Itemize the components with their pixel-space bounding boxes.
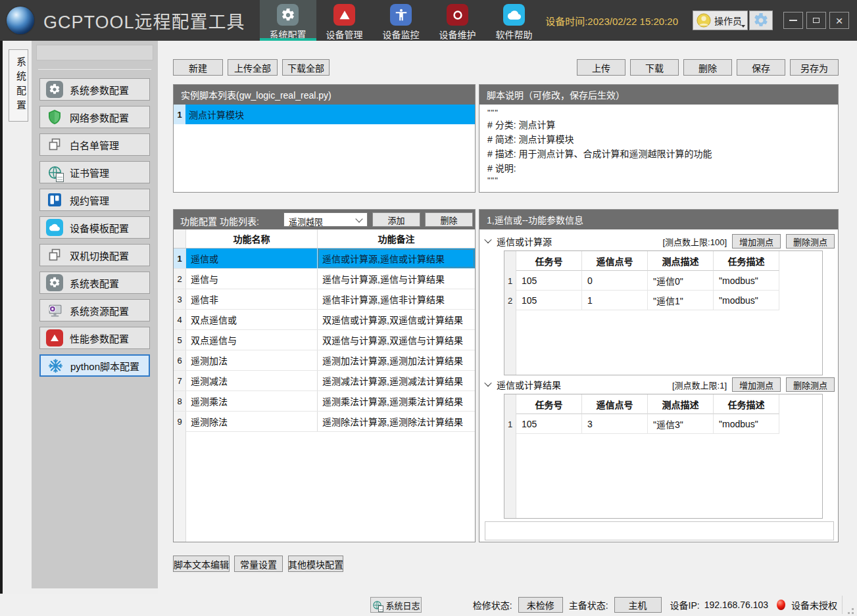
- delete-button[interactable]: 删除: [683, 59, 732, 76]
- function-note-cell: 双遥信与计算源,双遥信与计算结果: [318, 330, 475, 350]
- sidebar-item-performance-params[interactable]: 性能参数配置: [39, 327, 150, 349]
- function-name-cell: 遥测乘法: [186, 391, 318, 411]
- sidebar-item-system-resource[interactable]: 系统资源配置: [39, 299, 150, 321]
- sidebar-item-system-table[interactable]: 系统表配置: [39, 272, 150, 294]
- sidebar-separator: [38, 69, 151, 70]
- user-name: 操作员: [714, 14, 742, 27]
- script-list-row[interactable]: 1 测点计算模块: [174, 105, 475, 124]
- function-table-row[interactable]: 8 遥测乘法 遥测乘法计算源,遥测乘法计算结果: [174, 391, 475, 412]
- maintenance-status-button[interactable]: 未检修: [518, 597, 563, 613]
- minimize-button[interactable]: [783, 12, 803, 29]
- delete-point-button[interactable]: 删除测点: [786, 234, 835, 249]
- device-ip-label: 设备IP:: [670, 598, 700, 611]
- section-title: 遥信或计算源: [497, 235, 552, 248]
- function-table-row[interactable]: 6 遥测加法 遥测加法计算源,遥测加法计算结果: [174, 350, 475, 371]
- task-desc-cell: "modbus": [714, 291, 779, 310]
- upload-all-button[interactable]: 上传全部: [228, 59, 278, 76]
- copy-squares-icon: [46, 247, 63, 264]
- result-points-table: 1 任务号 遥信点号 测点描述 任务描述 105 3 "遥信3" "modbus…: [504, 394, 823, 519]
- person-icon: [390, 4, 412, 26]
- function-list-dropdown[interactable]: 遥测越限: [283, 212, 368, 227]
- script-desc-editor[interactable]: """ # 分类: 测点计算 # 简述: 测点计算模块 # 描述: 用于测点计算…: [479, 105, 838, 189]
- nav-tab-device-monitor[interactable]: 设备监控: [373, 0, 429, 41]
- function-panel-header: 功能配置 功能列表: 遥测越限 添加 删除: [174, 210, 475, 229]
- sidebar-item-certificates[interactable]: 证书管理: [39, 161, 150, 183]
- column-header-task-no: 任务号: [516, 394, 582, 414]
- download-button[interactable]: 下载: [630, 59, 679, 76]
- sidebar-item-whitelist[interactable]: 白名单管理: [39, 133, 150, 156]
- user-menu-button[interactable]: 操作员: [693, 11, 748, 30]
- function-table-row[interactable]: 7 遥测减法 遥测减法计算源,遥测减法计算结果: [174, 371, 475, 391]
- app-title: GCPTOOL远程配置工具: [43, 8, 245, 34]
- function-table-row[interactable]: 4 双点遥信或 双遥信或计算源,双遥信或计算结果: [174, 310, 475, 330]
- nav-tab-system-config[interactable]: 系统配置: [260, 0, 316, 41]
- upload-button[interactable]: 上传: [577, 59, 625, 76]
- system-log-button[interactable]: 系统日志: [370, 597, 422, 613]
- row-number-cell: 2: [504, 291, 516, 310]
- constants-settings-button[interactable]: 常量设置: [234, 556, 283, 572]
- dropdown-value: 遥测越限: [289, 215, 323, 227]
- close-icon: ×: [835, 14, 843, 27]
- function-table-row[interactable]: 5 双点遥信与 双遥信与计算源,双遥信与计算结果: [174, 330, 475, 350]
- sidebar-item-label: 系统资源配置: [70, 304, 129, 318]
- delete-function-button[interactable]: 删除: [425, 212, 473, 227]
- download-all-button[interactable]: 下载全部: [282, 59, 330, 76]
- function-panel-title: 功能配置 功能列表:: [180, 214, 259, 227]
- settings-button[interactable]: [749, 11, 773, 30]
- other-modules-button[interactable]: 其他模块配置: [288, 556, 343, 572]
- resize-grip[interactable]: [852, 608, 854, 610]
- function-name-cell: 遥信与: [186, 269, 318, 289]
- add-function-button[interactable]: 添加: [372, 212, 420, 227]
- sidebar-item-protocol[interactable]: 规约管理: [39, 189, 150, 211]
- sidebar-item-python-script[interactable]: python脚本配置: [39, 354, 150, 377]
- sidebar-item-network-params[interactable]: 网络参数配置: [39, 106, 150, 128]
- row-number-cell: 7: [174, 371, 186, 391]
- add-point-button[interactable]: 增加测点: [732, 377, 781, 392]
- function-table-row[interactable]: 2 遥信与 遥信与计算源,遥信与计算结果: [174, 269, 475, 289]
- row-number-cell: 5: [174, 330, 186, 350]
- table-header-row: 任务号 遥信点号 测点描述 任务描述: [516, 251, 822, 271]
- nav-tab-device-manage[interactable]: 设备管理: [316, 0, 373, 41]
- nav-tab-device-maintain[interactable]: 设备维护: [429, 0, 486, 41]
- point-limit-label: [测点数上限:100]: [662, 235, 727, 248]
- function-note-cell: 遥信或计算源,遥信或计算结果: [318, 249, 475, 268]
- nav-tab-label: 设备监控: [383, 28, 420, 41]
- sidebar-item-system-params[interactable]: 系统参数配置: [39, 78, 150, 101]
- add-point-button[interactable]: 增加测点: [732, 234, 781, 249]
- chevron-down-icon[interactable]: [484, 235, 491, 243]
- chevron-down-icon[interactable]: [484, 379, 491, 386]
- save-as-button[interactable]: 另存为: [790, 59, 839, 76]
- vertical-tab-system-config[interactable]: 系统配置: [9, 49, 28, 122]
- table-row[interactable]: 105 1 "遥信1" "modbus": [516, 291, 822, 310]
- function-name-cell: 遥测减法: [186, 371, 318, 391]
- close-button[interactable]: ×: [829, 12, 849, 29]
- desc-line: # 分类: 测点计算: [487, 118, 830, 132]
- function-table-row[interactable]: 1 遥信或 遥信或计算源,遥信或计算结果: [174, 249, 475, 269]
- row-number-cell: 4: [174, 310, 186, 329]
- function-note-cell: 遥测乘法计算源,遥测乘法计算结果: [318, 391, 475, 411]
- sidebar-item-device-template[interactable]: 设备模板配置: [39, 216, 150, 239]
- sidebar-item-dual-switch[interactable]: 双机切换配置: [39, 244, 150, 266]
- delete-point-button[interactable]: 删除测点: [786, 377, 835, 392]
- nav-tab-label: 设备管理: [326, 28, 363, 41]
- nav-tab-software-help[interactable]: 软件帮助: [486, 0, 543, 41]
- function-table-row[interactable]: 9 遥测除法 遥测除法计算源,遥测除法计算结果: [174, 412, 475, 432]
- device-time: 设备时间:2023/02/22 15:20:20: [545, 14, 678, 28]
- column-header-task-no: 任务号: [516, 251, 582, 271]
- point-limit-label: [测点数上限:1]: [672, 379, 727, 391]
- maximize-button[interactable]: [806, 12, 826, 29]
- save-button[interactable]: 保存: [737, 59, 785, 76]
- table-row[interactable]: 105 0 "遥信0" "modbus": [516, 271, 822, 291]
- script-text-edit-button[interactable]: 脚本文本编辑: [173, 556, 230, 572]
- avatar-icon: [697, 13, 711, 28]
- main-content: 新建 上传全部 下载全部 上传 下载 删除 保存 另存为 实例脚本列表(gw_l…: [158, 41, 857, 616]
- new-button[interactable]: 新建: [173, 59, 223, 76]
- table-row[interactable]: 105 3 "遥信3" "modbus": [516, 414, 822, 434]
- app-logo-globe-icon: [7, 7, 34, 34]
- params-panel: 1,遥信或--功能参数信息 遥信或计算源 [测点数上限:100] 增加测点 删除…: [479, 209, 839, 542]
- column-header-point-no: 遥信点号: [582, 394, 648, 414]
- row-number-cell: 3: [174, 289, 186, 309]
- function-table-row[interactable]: 3 遥信非 遥信非计算源,遥信非计算结果: [174, 289, 475, 310]
- standby-status-button[interactable]: 主机: [614, 597, 662, 613]
- status-separator: [842, 596, 843, 614]
